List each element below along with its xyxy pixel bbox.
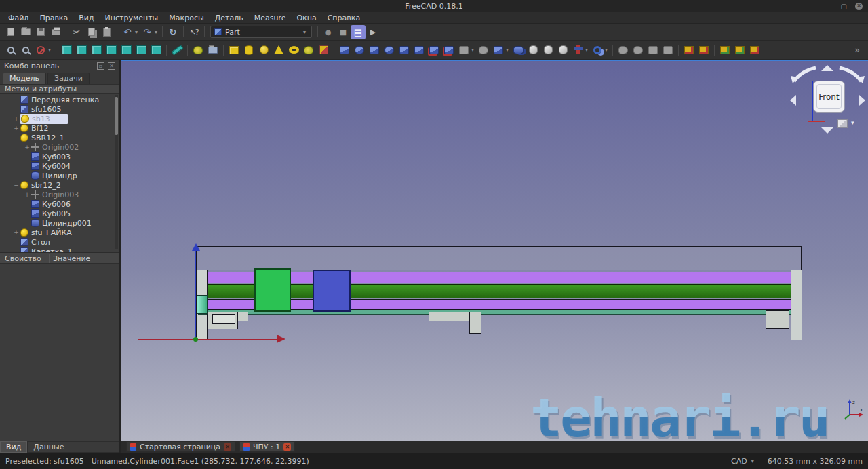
group-button[interactable] — [205, 43, 220, 57]
tree-scrollbar[interactable] — [115, 95, 118, 249]
tree-item[interactable]: Каретка_1 — [0, 247, 119, 252]
model-middle-support[interactable] — [429, 312, 470, 321]
intersection-button[interactable] — [555, 43, 570, 57]
menu-tools[interactable]: Инструменты — [100, 12, 164, 24]
model-ballscrew[interactable] — [208, 284, 791, 298]
view-right-button[interactable] — [104, 43, 119, 57]
menu-edit[interactable]: Правка — [34, 12, 73, 24]
tree-item[interactable]: Цилиндр — [0, 171, 119, 180]
macro-record-button[interactable] — [321, 25, 336, 39]
primitives-button[interactable] — [316, 43, 331, 57]
maximize-icon[interactable]: ▢ — [841, 3, 847, 10]
part-sphere-button[interactable] — [256, 43, 271, 57]
navcube-up-arrow[interactable] — [821, 65, 833, 71]
expander-icon[interactable]: − — [12, 134, 20, 141]
sweep-button[interactable] — [441, 43, 456, 57]
tree-item[interactable]: Куб006 — [0, 199, 119, 209]
check-geometry-button[interactable] — [616, 43, 631, 57]
tree-item[interactable]: Куб005 — [0, 209, 119, 218]
part-cone-button[interactable] — [271, 43, 286, 57]
measure-linear-button[interactable] — [682, 43, 696, 57]
toolbar-overflow-button[interactable] — [850, 43, 865, 57]
loft-button[interactable] — [427, 43, 441, 57]
tree-item[interactable]: +sfu_ГАЙКА — [0, 228, 119, 237]
navcube-left-arrow[interactable] — [790, 95, 796, 106]
tree-scrollbar-thumb[interactable] — [115, 97, 118, 135]
section-button[interactable] — [456, 43, 471, 57]
fillet-button[interactable] — [382, 43, 397, 57]
navcube-face-label[interactable]: Front — [818, 92, 839, 102]
tree-item[interactable]: Куб004 — [0, 161, 119, 171]
cross-sections-button[interactable] — [660, 43, 675, 57]
model-right-end-plate[interactable] — [791, 270, 802, 340]
tree-item-selected[interactable]: +sb13 — [0, 114, 119, 123]
chamfer-button[interactable] — [397, 43, 412, 57]
revolve-button[interactable] — [352, 43, 367, 57]
workbench-selector[interactable]: Part ▾ — [210, 26, 312, 38]
model-rail-bottom[interactable] — [208, 299, 791, 310]
undo-button[interactable] — [120, 25, 135, 39]
measure-toggle-button[interactable] — [747, 43, 762, 57]
offset-button[interactable] — [476, 43, 491, 57]
expander-icon[interactable]: − — [12, 182, 20, 188]
menu-help[interactable]: Справка — [322, 12, 366, 24]
model-screw-end-cap[interactable] — [197, 295, 208, 314]
tree-item[interactable]: Передняя стенка — [0, 95, 119, 104]
split-button[interactable] — [590, 43, 605, 57]
save-button[interactable] — [33, 25, 48, 39]
tab-cnc-document[interactable]: ЧПУ : 1 ✕ — [239, 441, 295, 452]
close-icon[interactable]: ✕ — [855, 3, 863, 10]
cut-boolean-button[interactable] — [526, 43, 540, 57]
model-right-bearing-block[interactable] — [766, 310, 789, 329]
macro-edit-button[interactable] — [351, 25, 366, 39]
defeaturing-button[interactable] — [631, 43, 646, 57]
macro-stop-button[interactable] — [336, 25, 351, 39]
tab-tasks[interactable]: Задачи — [47, 73, 90, 84]
zoom-selection-button[interactable] — [18, 43, 33, 57]
extrude-button[interactable] — [337, 43, 352, 57]
draw-style-button[interactable] — [33, 43, 48, 57]
minimize-icon[interactable]: – — [829, 3, 833, 10]
close-tab-icon[interactable]: ✕ — [283, 443, 291, 451]
expander-icon[interactable]: + — [12, 115, 20, 122]
nav-style-selector[interactable]: CAD — [731, 457, 747, 466]
new-file-button[interactable] — [3, 25, 18, 39]
nav-style-dropdown-icon[interactable]: ▾ — [751, 458, 754, 464]
menu-file[interactable]: Файл — [3, 12, 34, 24]
navcube-mini-cube-icon[interactable] — [837, 119, 848, 128]
navcube-menu-arrow-icon[interactable]: ▾ — [851, 119, 854, 126]
macro-run-button[interactable] — [366, 25, 380, 39]
redo-button[interactable] — [140, 25, 155, 39]
part-torus-button[interactable] — [286, 43, 301, 57]
view-left-button[interactable] — [149, 43, 163, 57]
3d-viewport[interactable]: Front ▾ tehnari.ru z x — [121, 60, 868, 441]
model-rail-top[interactable] — [208, 272, 791, 283]
part-box-button[interactable] — [226, 43, 241, 57]
tree-item[interactable]: +Origin003 — [0, 190, 119, 199]
tree-item[interactable]: Цилиндр001 — [0, 218, 119, 228]
measure-clear-button[interactable] — [732, 43, 747, 57]
menu-view[interactable]: Вид — [73, 12, 99, 24]
paste-button[interactable] — [99, 25, 114, 39]
tree-item[interactable]: +Bf12 — [0, 123, 119, 133]
measure-angular-button[interactable] — [696, 43, 711, 57]
view-axonometric-button[interactable] — [59, 43, 74, 57]
mirror-button[interactable] — [367, 43, 382, 57]
measure-button[interactable] — [170, 43, 184, 57]
tree-item[interactable]: −SBR12_1 — [0, 133, 119, 142]
open-file-button[interactable] — [18, 25, 33, 39]
compound-button[interactable] — [491, 43, 506, 57]
navcube-right-arrow[interactable] — [859, 95, 865, 106]
union-button[interactable] — [540, 43, 555, 57]
model-left-bearing-inner[interactable] — [212, 314, 235, 324]
model-ballnut-block-green[interactable] — [254, 268, 291, 312]
tree-item[interactable]: +Origin002 — [0, 142, 119, 152]
view-top-button[interactable] — [89, 43, 104, 57]
boolean-button[interactable] — [511, 43, 526, 57]
shape-builder-button[interactable] — [301, 43, 316, 57]
ruled-surface-button[interactable] — [412, 43, 427, 57]
tab-view[interactable]: Вид — [0, 441, 27, 453]
navcube-down-arrow[interactable] — [821, 127, 833, 134]
close-tab-icon[interactable]: ✕ — [224, 443, 231, 451]
dock-close-icon[interactable]: ✕ — [108, 62, 115, 70]
